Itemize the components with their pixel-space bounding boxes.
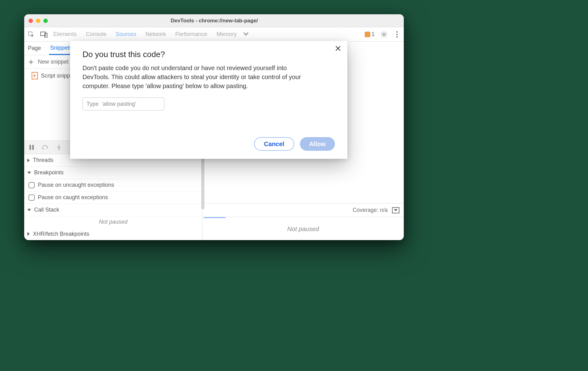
pause-caught-label: Pause on caught exceptions <box>38 194 108 201</box>
dialog-title: Do you trust this code? <box>82 50 335 59</box>
scrollbar-thumb[interactable] <box>201 152 204 209</box>
pause-uncaught-checkbox-row[interactable]: Pause on uncaught exceptions <box>24 179 202 191</box>
dialog-body: Don't paste code you do not understand o… <box>82 64 312 91</box>
tab-memory[interactable]: Memory <box>216 31 237 38</box>
call-stack-not-paused: Not paused <box>24 216 202 228</box>
navigator-tab-page[interactable]: Page <box>27 42 42 55</box>
editor-statusbar: Coverage: n/a <box>203 203 404 217</box>
chevron-right-icon <box>27 159 30 162</box>
tab-network[interactable]: Network <box>145 31 166 38</box>
svg-point-6 <box>396 36 398 37</box>
snippet-file-icon <box>32 72 38 79</box>
checkbox-icon[interactable] <box>29 194 35 201</box>
issues-counter[interactable]: 1 <box>365 31 375 38</box>
svg-point-3 <box>383 34 385 35</box>
tab-console[interactable]: Console <box>86 31 106 38</box>
chevron-down-icon <box>27 209 31 211</box>
settings-gear-icon[interactable] <box>380 31 388 38</box>
navigator-tab-snippets[interactable]: Snippets <box>49 42 73 55</box>
step-over-icon[interactable] <box>42 144 49 151</box>
allow-pasting-input[interactable] <box>82 97 164 110</box>
navigator-tab-snippets-label: Snippets <box>50 45 72 51</box>
svg-rect-7 <box>29 145 31 150</box>
devtools-window: DevTools - chrome://new-tab-page/ Elemen… <box>24 14 404 240</box>
section-call-stack[interactable]: Call Stack <box>24 204 202 216</box>
snippet-file-label: Script snippet <box>41 73 75 79</box>
tab-performance[interactable]: Performance <box>175 31 207 38</box>
svg-point-4 <box>396 31 398 32</box>
new-snippet-label: New snippet <box>38 59 69 65</box>
pause-uncaught-label: Pause on uncaught exceptions <box>38 182 114 188</box>
titlebar: DevTools - chrome://new-tab-page/ <box>24 14 404 27</box>
plus-icon <box>27 58 35 66</box>
panel-tabs: Elements Console Sources Network Perform… <box>53 31 237 38</box>
section-breakpoints[interactable]: Breakpoints <box>24 167 202 179</box>
trust-code-dialog: Do you trust this code? Don't paste code… <box>70 41 347 159</box>
warning-badge-icon <box>365 32 370 37</box>
section-call-stack-label: Call Stack <box>34 207 59 213</box>
pause-caught-checkbox-row[interactable]: Pause on caught exceptions <box>24 191 202 204</box>
section-xhr-breakpoints[interactable]: XHR/fetch Breakpoints <box>24 228 202 240</box>
svg-point-5 <box>396 34 398 35</box>
svg-rect-8 <box>32 145 34 150</box>
tab-elements[interactable]: Elements <box>53 31 77 38</box>
watch-not-paused: Not paused <box>203 218 404 240</box>
svg-point-10 <box>58 149 60 150</box>
tab-sources[interactable]: Sources <box>116 31 136 38</box>
window-title: DevTools - chrome://new-tab-page/ <box>29 18 399 24</box>
checkbox-icon[interactable] <box>29 182 35 188</box>
allow-button[interactable]: Allow <box>300 137 335 151</box>
cancel-button[interactable]: Cancel <box>254 137 294 151</box>
coverage-toggle-icon[interactable] <box>392 207 399 213</box>
more-tabs-icon[interactable] <box>242 31 250 38</box>
device-toolbar-icon[interactable] <box>40 31 48 38</box>
devtools-tabstrip: Elements Console Sources Network Perform… <box>24 27 404 42</box>
kebab-menu-icon[interactable] <box>393 31 401 38</box>
issues-count: 1 <box>372 31 375 38</box>
debugger-sections: Threads Breakpoints Pause on uncaught ex… <box>24 154 202 240</box>
dialog-buttons: Cancel Allow <box>254 137 335 151</box>
section-xhr-label: XHR/fetch Breakpoints <box>33 231 89 237</box>
chevron-down-icon <box>27 172 31 174</box>
chevron-right-icon <box>27 232 30 236</box>
svg-point-9 <box>42 148 44 150</box>
coverage-label: Coverage: n/a <box>353 207 388 213</box>
pause-icon[interactable] <box>28 144 35 151</box>
navigator-tab-page-label: Page <box>28 45 41 51</box>
section-threads-label: Threads <box>33 157 53 163</box>
close-dialog-button[interactable] <box>335 45 341 51</box>
section-breakpoints-label: Breakpoints <box>34 169 64 176</box>
step-into-icon[interactable] <box>55 144 63 151</box>
inspect-element-icon[interactable] <box>27 31 35 38</box>
